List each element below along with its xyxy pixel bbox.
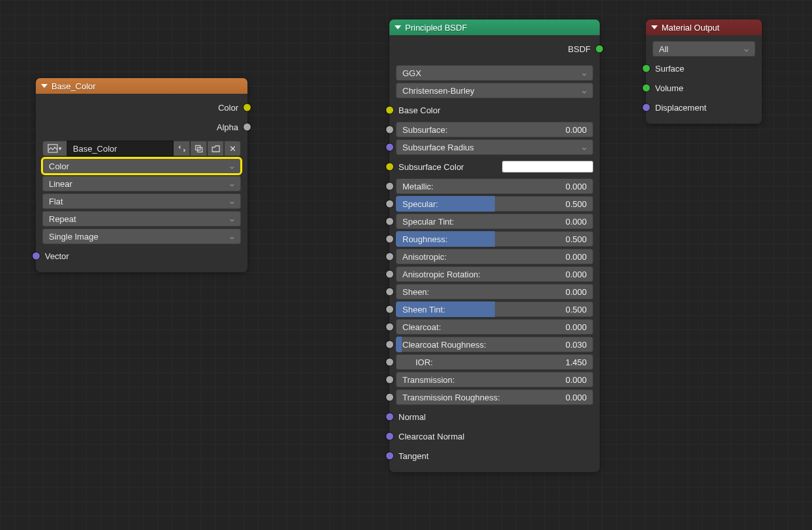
target-dropdown[interactable]: All ⌵ — [652, 41, 755, 57]
input-socket[interactable] — [386, 201, 393, 208]
node-title: Base_Color — [51, 81, 96, 91]
value-slider[interactable]: Clearcoat Roughness:0.030 — [396, 337, 593, 352]
input-label: Displacement — [652, 103, 709, 113]
value-slider[interactable]: Metallic:0.000 — [396, 178, 593, 194]
slider-value: 0.000 — [565, 270, 587, 279]
material-output-node[interactable]: Material Output All ⌵ SurfaceVolumeDispl… — [646, 20, 762, 124]
input-socket[interactable] — [386, 341, 393, 348]
value-slider[interactable]: Sheen Tint:0.500 — [396, 301, 593, 317]
collapse-icon[interactable] — [41, 84, 48, 88]
input-socket[interactable] — [386, 433, 393, 440]
slider-value: 0.500 — [565, 234, 587, 244]
chevron-down-icon: ⌵ — [582, 69, 587, 77]
input-socket[interactable] — [386, 126, 393, 133]
unlink-button[interactable] — [173, 141, 190, 156]
value-slider[interactable]: Clearcoat:0.000 — [396, 319, 593, 335]
input-label: Normal — [396, 412, 428, 422]
value-slider[interactable]: IOR:1.450 — [396, 354, 593, 370]
vector-input-socket[interactable] — [33, 253, 40, 260]
interpolation-dropdown[interactable]: Linear ⌵ — [42, 176, 241, 191]
output-color-label: Color — [216, 103, 241, 113]
node-header[interactable]: Principled BSDF — [389, 20, 600, 35]
collapse-icon[interactable] — [651, 25, 658, 29]
slider-value: 0.500 — [565, 199, 587, 209]
chevron-down-icon: ⌵ — [230, 215, 234, 223]
input-label: Volume — [652, 83, 686, 93]
projection-dropdown[interactable]: Flat ⌵ — [42, 193, 241, 209]
alpha-output-socket[interactable] — [244, 124, 251, 131]
input-socket[interactable] — [386, 359, 393, 366]
input-socket[interactable] — [386, 253, 393, 260]
vector-input-label: Vector — [42, 251, 72, 261]
subsurface-method-dropdown[interactable]: Christensen-Burley ⌵ — [396, 83, 593, 98]
node-header[interactable]: Base_Color — [36, 78, 247, 94]
color-swatch[interactable] — [502, 161, 593, 173]
chevron-down-icon: ⌵ — [582, 87, 587, 95]
value-slider[interactable]: Transmission Roughness:0.000 — [396, 389, 593, 405]
input-socket[interactable] — [386, 288, 393, 296]
input-socket[interactable] — [386, 236, 393, 243]
input-socket[interactable] — [386, 163, 393, 171]
input-dropdown[interactable]: Subsurface Radius⌵ — [396, 139, 593, 155]
input-socket[interactable] — [386, 306, 393, 313]
slider-value: 0.500 — [565, 305, 587, 314]
value-slider[interactable]: Roughness:0.500 — [396, 231, 593, 247]
input-socket[interactable] — [386, 107, 393, 114]
slider-value: 0.000 — [565, 393, 587, 402]
colorspace-dropdown[interactable]: Color ⌵ — [42, 158, 241, 174]
input-socket[interactable] — [386, 183, 393, 190]
color-output-socket[interactable] — [244, 104, 251, 111]
input-socket[interactable] — [643, 104, 650, 111]
input-socket[interactable] — [386, 413, 393, 421]
slider-value: 0.000 — [565, 252, 587, 262]
chevron-down-icon: ⌵ — [230, 232, 234, 241]
input-socket[interactable] — [386, 324, 393, 331]
bsdf-output-socket[interactable] — [596, 46, 603, 53]
chevron-down-icon: ⌵ — [230, 180, 234, 188]
input-socket[interactable] — [386, 376, 393, 384]
input-label: Tangent — [396, 451, 431, 461]
value-slider[interactable]: Anisotropic:0.000 — [396, 249, 593, 264]
input-socket[interactable] — [386, 144, 393, 151]
value-slider[interactable]: Specular:0.500 — [396, 196, 593, 212]
remove-button[interactable]: ✕ — [224, 141, 241, 156]
chevron-down-icon: ⌵ — [230, 162, 234, 171]
chevron-down-icon: ⌵ — [582, 143, 587, 152]
chevron-down-icon: ⌵ — [230, 197, 234, 206]
slider-value: 0.000 — [565, 322, 587, 332]
value-slider[interactable]: Anisotropic Rotation:0.000 — [396, 266, 593, 282]
input-socket[interactable] — [386, 453, 393, 460]
slider-value: 1.450 — [565, 357, 587, 367]
value-slider[interactable]: Transmission:0.000 — [396, 372, 593, 387]
slider-value: 0.000 — [565, 287, 587, 297]
input-socket[interactable] — [386, 394, 393, 401]
slider-value: 0.000 — [565, 125, 587, 135]
input-label: Base Color — [396, 105, 443, 115]
collapse-icon[interactable] — [395, 25, 401, 29]
slider-value: 0.000 — [565, 217, 587, 227]
input-socket[interactable] — [386, 271, 393, 278]
value-slider[interactable]: Specular Tint:0.000 — [396, 214, 593, 229]
image-name-field[interactable]: Base_Color — [67, 141, 173, 156]
value-slider[interactable]: Sheen:0.000 — [396, 284, 593, 300]
input-label: Subsurface Color — [396, 162, 466, 172]
image-mode-dropdown[interactable]: Single Image ⌵ — [42, 229, 241, 244]
input-label: Clearcoat Normal — [396, 432, 467, 441]
input-socket[interactable] — [643, 85, 650, 92]
input-socket[interactable] — [643, 65, 650, 72]
image-texture-node[interactable]: Base_Color Color Alpha ▾ Base_Color — [36, 78, 247, 272]
image-datablock-icon[interactable]: ▾ — [42, 141, 67, 156]
principled-bsdf-node[interactable]: Principled BSDF BSDF GGX ⌵ Christensen-B… — [389, 20, 600, 472]
node-title: Principled BSDF — [405, 23, 467, 33]
input-socket[interactable] — [386, 218, 393, 225]
slider-value: 0.000 — [565, 375, 587, 385]
chevron-down-icon: ⌵ — [744, 45, 749, 53]
bsdf-output-label: BSDF — [565, 44, 593, 54]
slider-value: 0.000 — [565, 182, 587, 191]
add-new-button[interactable] — [190, 141, 207, 156]
extension-dropdown[interactable]: Repeat ⌵ — [42, 211, 241, 227]
open-button[interactable] — [207, 141, 224, 156]
node-header[interactable]: Material Output — [646, 20, 762, 35]
value-slider[interactable]: Subsurface:0.000 — [396, 122, 593, 137]
distribution-dropdown[interactable]: GGX ⌵ — [396, 65, 593, 81]
